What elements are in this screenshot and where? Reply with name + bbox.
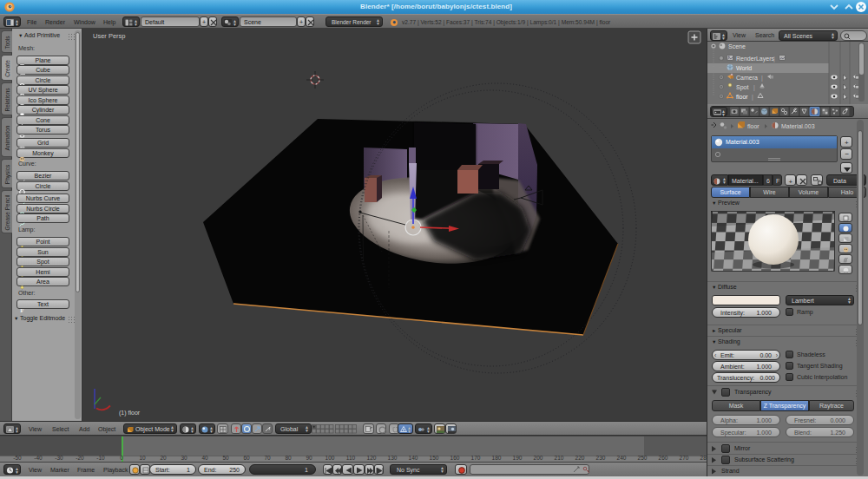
svg-text:|: | [753,84,755,91]
svg-text:Camera: Camera [736,75,758,81]
svg-text:F: F [20,307,23,313]
svg-text:|: | [773,56,775,62]
svg-text:Spot: Spot [736,84,748,91]
svg-text:|: | [752,94,753,101]
svg-text:floor: floor [747,123,760,129]
svg-text:(1) floor: (1) floor [119,410,141,417]
svg-text:Material.003: Material.003 [781,123,815,129]
svg-text:User Persp: User Persp [93,32,126,40]
svg-text:World: World [736,65,752,71]
svg-text:Scene: Scene [728,43,746,49]
svg-text:|: | [761,75,763,82]
svg-text:RenderLayers: RenderLayers [736,56,774,62]
svg-text:floor: floor [736,94,748,100]
